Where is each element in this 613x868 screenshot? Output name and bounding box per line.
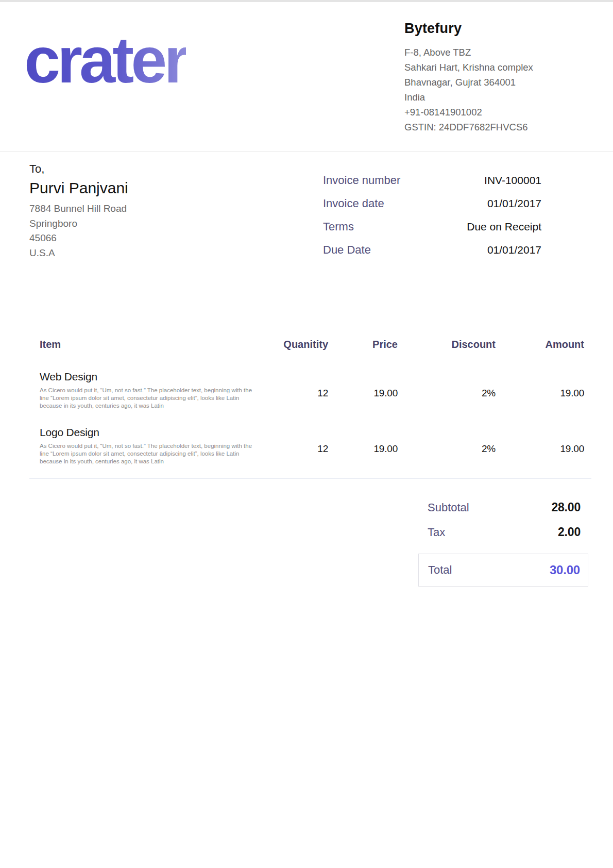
invoice-number-label: Invoice number <box>323 174 400 187</box>
company-address-line: Bhavnagar, Gujrat 364001 <box>404 75 551 90</box>
table-bottom-divider <box>29 478 591 479</box>
item-cell: Logo Design As Cicero would put it, “Um,… <box>29 426 256 465</box>
subtotal-value: 28.00 <box>551 500 581 514</box>
item-description: As Cicero would put it, “Um, not so fast… <box>40 387 256 410</box>
invoice-number-row: Invoice number INV-100001 <box>323 174 541 187</box>
tax-label: Tax <box>428 526 445 539</box>
company-address: F-8, Above TBZ Sahkari Hart, Krishna com… <box>404 45 551 135</box>
invoice-date-value: 01/01/2017 <box>487 197 541 210</box>
company-address-line: India <box>404 90 551 105</box>
customer-address-line: 45066 <box>29 231 128 246</box>
table-row: Web Design As Cicero would put it, “Um, … <box>29 371 591 410</box>
company-address-line: F-8, Above TBZ <box>404 45 551 60</box>
terms-label: Terms <box>323 220 354 233</box>
totals-block: Subtotal 28.00 Tax 2.00 Total 30.00 <box>418 500 588 587</box>
due-date-label: Due Date <box>323 243 371 257</box>
item-price: 19.00 <box>328 426 398 465</box>
column-header-quantity: Quanitity <box>256 339 328 350</box>
subtotal-label: Subtotal <box>428 501 469 514</box>
item-discount: 2% <box>398 426 496 465</box>
column-header-amount: Amount <box>496 339 584 350</box>
customer-name: Purvi Panjvani <box>29 179 128 197</box>
invoice-date-label: Invoice date <box>323 197 384 210</box>
crater-logo: crater <box>24 28 186 93</box>
tax-row: Tax 2.00 <box>418 525 588 539</box>
total-value: 30.00 <box>550 563 580 577</box>
tax-value: 2.00 <box>558 525 581 539</box>
company-name: Bytefury <box>404 21 551 37</box>
item-amount: 19.00 <box>496 426 584 465</box>
invoice-meta-block: Invoice number INV-100001 Invoice date 0… <box>323 174 541 266</box>
bill-to-block: To, Purvi Panjvani 7884 Bunnel Hill Road… <box>29 162 128 266</box>
item-quantity: 12 <box>256 426 328 465</box>
item-cell: Web Design As Cicero would put it, “Um, … <box>29 371 256 410</box>
subtotal-row: Subtotal 28.00 <box>418 500 588 514</box>
item-amount: 19.00 <box>496 371 584 410</box>
company-address-line: Sahkari Hart, Krishna complex <box>404 60 551 75</box>
company-phone: +91-08141901002 <box>404 105 551 120</box>
column-header-price: Price <box>328 339 398 350</box>
bill-to-label: To, <box>29 162 128 176</box>
column-header-discount: Discount <box>398 339 496 350</box>
item-price: 19.00 <box>328 371 398 410</box>
items-table: Item Quanitity Price Discount Amount Web… <box>29 339 591 465</box>
customer-address-line: U.S.A <box>29 246 128 261</box>
items-table-header: Item Quanitity Price Discount Amount <box>29 339 591 350</box>
due-date-value: 01/01/2017 <box>487 244 541 256</box>
total-box: Total 30.00 <box>418 554 588 587</box>
customer-address: 7884 Bunnel Hill Road Springboro 45066 U… <box>29 202 128 260</box>
due-date-row: Due Date 01/01/2017 <box>323 243 541 257</box>
terms-value: Due on Receipt <box>467 221 541 233</box>
table-row: Logo Design As Cicero would put it, “Um,… <box>29 426 591 465</box>
company-gstin: GSTIN: 24DDF7682FHVCS6 <box>404 120 551 135</box>
company-block: Bytefury F-8, Above TBZ Sahkari Hart, Kr… <box>404 21 551 135</box>
total-label: Total <box>428 563 452 577</box>
invoice-number-value: INV-100001 <box>484 174 541 187</box>
column-header-item: Item <box>29 339 256 350</box>
parties-row: To, Purvi Panjvani 7884 Bunnel Hill Road… <box>29 162 591 266</box>
invoice-date-row: Invoice date 01/01/2017 <box>323 197 541 210</box>
item-name: Web Design <box>40 371 256 383</box>
item-name: Logo Design <box>40 426 256 439</box>
terms-row: Terms Due on Receipt <box>323 220 541 233</box>
customer-address-line: 7884 Bunnel Hill Road <box>29 202 128 216</box>
invoice-body: To, Purvi Panjvani 7884 Bunnel Hill Road… <box>0 162 613 587</box>
item-quantity: 12 <box>256 371 328 410</box>
invoice-header: crater Bytefury F-8, Above TBZ Sahkari H… <box>0 2 613 152</box>
item-description: As Cicero would put it, “Um, not so fast… <box>40 442 256 465</box>
item-discount: 2% <box>398 371 496 410</box>
customer-address-line: Springboro <box>29 216 128 231</box>
invoice-page: crater Bytefury F-8, Above TBZ Sahkari H… <box>0 0 613 587</box>
